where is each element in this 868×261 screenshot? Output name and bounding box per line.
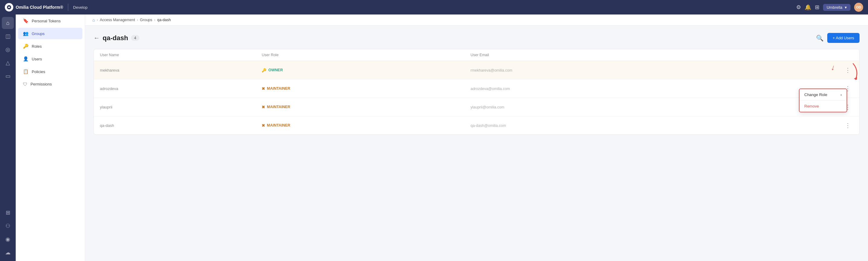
- bell-icon[interactable]: 🔔: [805, 4, 811, 10]
- chevron-right-icon: ›: [840, 92, 842, 97]
- role-cell: ✖ MAINTAINER: [256, 116, 464, 135]
- search-button[interactable]: 🔍: [816, 34, 824, 42]
- sidebar-icon-chart[interactable]: △: [2, 57, 14, 69]
- sidebar-item-policies[interactable]: 📋 Policies: [18, 66, 83, 77]
- breadcrumb-access-management[interactable]: Access Management: [100, 18, 135, 22]
- add-users-button[interactable]: + Add Users: [827, 33, 860, 43]
- change-role-label: Change Role: [804, 92, 827, 97]
- breadcrumb: ⌂ › Access Management › Groups › qa-dash: [85, 14, 868, 26]
- users-table: User Name User Role User Email mekhareva: [94, 49, 859, 135]
- logo-icon: [5, 3, 13, 11]
- nav-section: Develop: [73, 5, 88, 10]
- change-role-menu-item[interactable]: Change Role ›: [800, 89, 846, 100]
- email-value: ylauprii@omilia.com: [470, 105, 504, 109]
- username-value: ylauprii: [100, 105, 112, 109]
- breadcrumb-sep-3: ›: [154, 18, 155, 22]
- action-cell: ⋮ ↓: [741, 80, 859, 98]
- topnav-right: ⚙ 🔔 ⊞ Umbrella ▾ OD: [796, 3, 863, 12]
- table-header-row: User Name User Role User Email: [94, 49, 859, 61]
- col-email: User Email: [464, 49, 741, 61]
- breadcrumb-sep-1: ›: [97, 18, 98, 22]
- action-cell: ⋮: [741, 116, 859, 135]
- email-cell: rmekhareva@omilia.com: [464, 61, 741, 80]
- sidebar-item-personal-tokens[interactable]: 🔖 Personal Tokens: [18, 15, 83, 27]
- remove-menu-item[interactable]: Remove: [800, 100, 846, 112]
- username-cell: qa-dash: [94, 116, 256, 135]
- topnav: Omilia Cloud Platform® Develop ⚙ 🔔 ⊞ Umb…: [0, 0, 868, 14]
- header-actions: 🔍 + Add Users: [816, 33, 860, 43]
- sidebar-icon-grid[interactable]: ⊞: [2, 207, 14, 219]
- role-badge: ✖ MAINTAINER: [262, 105, 290, 109]
- row-actions-button[interactable]: ⋮: [842, 65, 853, 75]
- groups-icon: 👥: [23, 31, 29, 36]
- email-value: adrozdeva@omilia.com: [470, 87, 510, 91]
- role-icon: ✖: [262, 86, 265, 91]
- role-badge: 🔑 OWNER: [262, 68, 283, 72]
- role-cell: ✖ MAINTAINER: [256, 98, 464, 116]
- username-value: qa-dash: [100, 123, 114, 128]
- settings-icon[interactable]: ⚙: [796, 4, 801, 10]
- sidebar-icon-home[interactable]: ⌂: [2, 17, 14, 29]
- roles-icon: 🔑: [23, 44, 29, 49]
- count-badge: 4: [131, 35, 139, 41]
- col-actions: [741, 49, 859, 61]
- role-label: MAINTAINER: [267, 105, 290, 109]
- col-username: User Name: [94, 49, 256, 61]
- username-cell: mekhareva: [94, 61, 256, 80]
- table-row: qa-dash ✖ MAINTAINER qa-dash@omilia.com: [94, 116, 859, 135]
- policies-icon: 📋: [23, 69, 29, 74]
- role-label: OWNER: [268, 68, 283, 72]
- user-avatar[interactable]: OD: [854, 3, 863, 12]
- email-cell: adrozdeva@omilia.com: [464, 80, 741, 98]
- chevron-down-icon: ▾: [845, 5, 847, 10]
- row-actions-button[interactable]: ⋮: [842, 120, 853, 130]
- email-cell: ylauprii@omilia.com: [464, 98, 741, 116]
- page-content: ← qa-dash 4 🔍 + Add Users User Name Us: [85, 26, 868, 261]
- table-row: adrozdeva ✖ MAINTAINER adrozdeva@omilia.…: [94, 80, 859, 98]
- sidebar-item-roles[interactable]: 🔑 Roles: [18, 40, 83, 52]
- icon-sidebar: ⌂ ◫ ◎ △ ▭ ⊞ ⚇ ◉ ☁: [0, 14, 16, 261]
- role-icon: ✖: [262, 105, 265, 109]
- permissions-icon: 🛡: [23, 82, 28, 87]
- email-value: rmekhareva@omilia.com: [470, 68, 512, 72]
- breadcrumb-groups[interactable]: Groups: [140, 18, 152, 22]
- sidebar-icon-bulb[interactable]: ◉: [2, 233, 14, 245]
- sidebar-item-groups[interactable]: 👥 Groups: [18, 28, 83, 39]
- role-cell: ✖ MAINTAINER: [256, 80, 464, 98]
- logo-text: Omilia Cloud Platform®: [16, 5, 63, 10]
- role-label: MAINTAINER: [267, 86, 290, 91]
- table-row: ylauprii ✖ MAINTAINER ylauprii@omilia.co…: [94, 98, 859, 116]
- page-title: qa-dash: [103, 34, 128, 42]
- role-icon: ✖: [262, 123, 265, 128]
- remove-label: Remove: [804, 104, 819, 109]
- sidebar-icon-cloud[interactable]: ☁: [2, 246, 14, 259]
- role-icon: 🔑: [262, 68, 267, 72]
- sidebar-item-personal-tokens-label: Personal Tokens: [32, 19, 61, 23]
- col-role: User Role: [256, 49, 464, 61]
- sidebar-item-policies-label: Policies: [32, 69, 45, 74]
- breadcrumb-sep-2: ›: [137, 18, 138, 22]
- sidebar-item-permissions-label: Permissions: [30, 82, 52, 86]
- action-cell: ⋮: [741, 61, 859, 80]
- sidebar-icon-monitor[interactable]: ▭: [2, 70, 14, 82]
- sidebar-icon-people[interactable]: ⚇: [2, 220, 14, 232]
- users-icon: 👤: [23, 56, 29, 62]
- logo: Omilia Cloud Platform®: [5, 3, 63, 11]
- workspace-dropdown[interactable]: Umbrella ▾: [823, 4, 850, 11]
- workspace-label: Umbrella: [827, 5, 842, 10]
- back-button[interactable]: ←: [94, 34, 100, 41]
- sidebar-icon-layers[interactable]: ◫: [2, 30, 14, 42]
- sidebar-item-permissions[interactable]: 🛡 Permissions: [18, 79, 83, 90]
- username-cell: adrozdeva: [94, 80, 256, 98]
- role-badge: ✖ MAINTAINER: [262, 86, 290, 91]
- sidebar-item-users[interactable]: 👤 Users: [18, 53, 83, 65]
- sidebar-icon-headset[interactable]: ◎: [2, 44, 14, 56]
- email-value: qa-dash@omilia.com: [470, 123, 506, 128]
- avatar-initials: OD: [856, 5, 861, 9]
- breadcrumb-home-icon[interactable]: ⌂: [92, 18, 95, 22]
- personal-tokens-icon: 🔖: [23, 18, 29, 24]
- email-cell: qa-dash@omilia.com: [464, 116, 741, 135]
- content-area: ⌂ › Access Management › Groups › qa-dash…: [85, 14, 868, 261]
- username-value: adrozdeva: [100, 86, 118, 91]
- grid-icon[interactable]: ⊞: [815, 4, 819, 10]
